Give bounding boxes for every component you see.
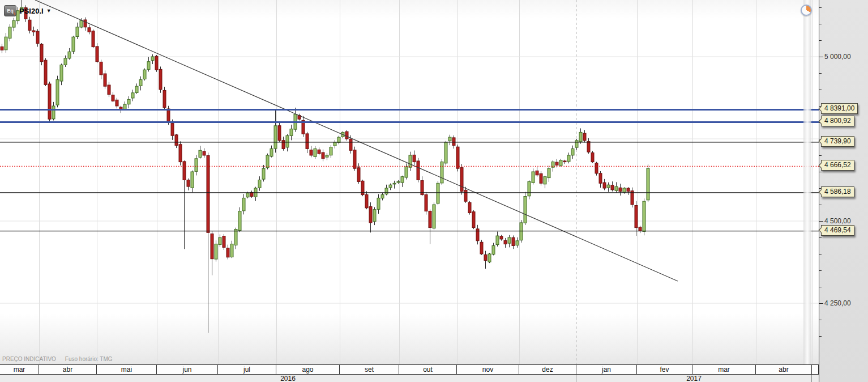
time-axis-month-cell (812, 365, 819, 374)
price-line-label[interactable]: 4 586,18 (821, 186, 854, 197)
time-axis-month-cell: abr (756, 365, 812, 374)
trading-chart-window: Eq i PSI20.I ▼ PREÇO INDICATIVO Fuso hor… (0, 0, 868, 382)
price-line-label[interactable]: 4 800,92 (821, 116, 854, 126)
price-axis-tick (819, 336, 822, 337)
price-axis-tick (819, 40, 822, 41)
price-axis-tick (819, 7, 822, 8)
price-axis-tick (819, 155, 822, 156)
time-axis-month-cell: mai (97, 365, 157, 374)
price-axis-tick (819, 287, 822, 287)
time-axis-month-cell: nov (457, 365, 519, 374)
price-axis-tick (819, 172, 822, 172)
year-axis: 20162017 (0, 375, 819, 382)
time-axis-month-cell: fev (637, 365, 692, 374)
vertical-gridlines (40, 0, 813, 364)
indicative-price-note: PREÇO INDICATIVO (2, 356, 56, 362)
price-axis-tick (819, 24, 822, 24)
price-axis-tick (819, 205, 822, 205)
price-axis-tick (819, 221, 823, 222)
chart-footer: PREÇO INDICATIVO Fuso horário: TMG (2, 356, 113, 362)
price-line-label[interactable]: 4 8391,00 (821, 103, 858, 114)
symbol-label: PSI20.I (19, 7, 44, 15)
chart-plot-area[interactable] (0, 0, 819, 364)
time-axis-month-cell: jun (157, 365, 218, 374)
clock-icon[interactable] (801, 5, 812, 16)
instrument-selector[interactable]: Eq i PSI20.I ▼ (4, 5, 52, 16)
price-line-label[interactable]: 4 739,90 (821, 136, 854, 147)
price-axis-tick (819, 303, 823, 304)
time-axis-month-cell: dez (519, 365, 576, 374)
time-axis-month-cell: mar (0, 365, 39, 374)
price-axis-tick (819, 90, 822, 90)
time-axis-month-cell: jan (576, 365, 637, 374)
price-line-label[interactable]: 4 666,52 (821, 160, 854, 171)
candlestick-chart (0, 0, 819, 364)
year-axis-cell: 2016 (0, 375, 576, 382)
time-axis-month-cell: jul (218, 365, 276, 374)
price-axis-tick (819, 270, 822, 271)
timezone-note: Fuso horário: TMG (65, 356, 113, 362)
time-axis-month-cell: set (340, 365, 399, 374)
horizontal-gridlines (0, 57, 819, 303)
chevron-down-icon: ▼ (46, 8, 52, 14)
price-axis-label: 4 500,00 (824, 217, 851, 225)
price-axis-label: 4 250,00 (824, 299, 851, 307)
time-axis-month-cell: ago (276, 365, 340, 374)
instrument-icon: Eq i (4, 5, 16, 16)
price-axis-tick (819, 73, 822, 74)
time-axis-month-cell: out (399, 365, 457, 374)
price-line-label[interactable]: 4 469,54 (821, 225, 854, 236)
price-axis-tick (819, 237, 822, 238)
year-axis-cell: 2017 (576, 375, 812, 382)
price-axis-tick (819, 254, 822, 254)
time-axis[interactable]: marabrmaijunjulagosetoutnovdezjanfevmara… (0, 364, 819, 375)
vertical-scrollbar[interactable] (803, 0, 811, 364)
price-axis[interactable]: 5 000,004 750,004 500,004 250,004 8391,0… (819, 0, 868, 382)
instrument-icon-sub: i (14, 11, 15, 16)
time-axis-month-cell: abr (39, 365, 97, 374)
price-axis-label: 5 000,00 (824, 53, 851, 61)
time-axis-month-cell: mar (692, 365, 756, 374)
price-axis-tick (819, 57, 823, 57)
price-axis-tick (819, 320, 822, 320)
